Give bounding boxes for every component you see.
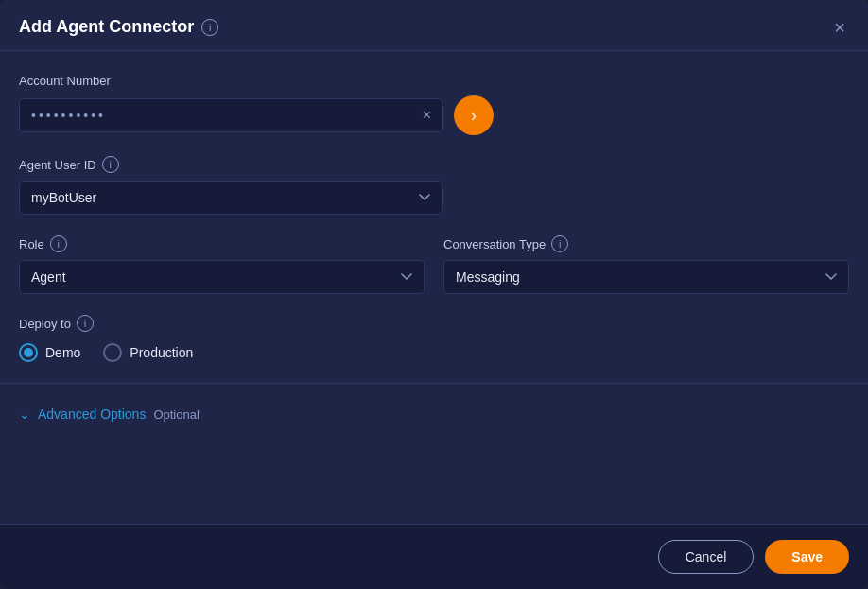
deploy-to-field-group: Deploy to i Demo Production <box>19 315 849 362</box>
close-button[interactable]: × <box>830 18 849 37</box>
chevron-down-icon: ⌄ <box>19 407 30 422</box>
agent-user-id-label: Agent User ID i <box>19 156 849 173</box>
deploy-to-info-icon[interactable]: i <box>77 315 94 332</box>
agent-user-id-select[interactable]: myBotUser <box>19 181 443 215</box>
save-button[interactable]: Save <box>765 540 849 574</box>
optional-label: Optional <box>153 407 199 422</box>
account-number-label: Account Number <box>19 74 849 88</box>
conversation-type-info-icon[interactable]: i <box>551 235 568 252</box>
conversation-type-select[interactable]: Messaging Voice Chat <box>443 260 849 294</box>
role-info-icon[interactable]: i <box>50 235 67 252</box>
dialog-title-row: Add Agent Connector i <box>19 17 218 37</box>
dialog-footer: Cancel Save <box>0 524 868 589</box>
advanced-options-toggle[interactable]: ⌄ Advanced Options Optional <box>19 407 849 422</box>
dialog-header: Add Agent Connector i × <box>0 0 868 51</box>
account-number-input[interactable] <box>19 98 443 132</box>
radio-production-outer <box>103 343 122 362</box>
dialog-body: Account Number × › Agent User ID i <box>0 51 868 524</box>
radio-demo-label: Demo <box>45 345 80 360</box>
advanced-options-label: Advanced Options <box>38 407 146 422</box>
role-conv-row: Role i Agent Supervisor Admin Conversati… <box>19 235 849 294</box>
account-number-field-group: Account Number × › <box>19 74 849 135</box>
deploy-to-radio-row: Demo Production <box>19 343 849 362</box>
arrow-right-icon: › <box>471 106 477 126</box>
dialog-info-icon[interactable]: i <box>201 19 218 36</box>
dialog-title: Add Agent Connector <box>19 17 194 37</box>
radio-demo-outer <box>19 343 38 362</box>
deploy-to-label: Deploy to i <box>19 315 849 332</box>
radio-demo-inner <box>24 348 33 357</box>
add-agent-connector-dialog: Add Agent Connector i × Account Number ×… <box>0 0 868 589</box>
radio-demo[interactable]: Demo <box>19 343 80 362</box>
cancel-button[interactable]: Cancel <box>658 540 755 574</box>
agent-user-id-info-icon[interactable]: i <box>102 156 119 173</box>
radio-production-label: Production <box>130 345 193 360</box>
role-field-group: Role i Agent Supervisor Admin <box>19 235 425 294</box>
account-number-input-wrapper: × <box>19 98 443 132</box>
conversation-type-field-group: Conversation Type i Messaging Voice Chat <box>443 235 849 294</box>
role-select[interactable]: Agent Supervisor Admin <box>19 260 425 294</box>
next-arrow-button[interactable]: › <box>454 95 494 135</box>
radio-production[interactable]: Production <box>103 343 193 362</box>
account-number-row: × › <box>19 95 849 135</box>
conversation-type-label: Conversation Type i <box>443 235 849 252</box>
role-label: Role i <box>19 235 425 252</box>
agent-user-id-field-group: Agent User ID i myBotUser <box>19 156 849 215</box>
clear-account-button[interactable]: × <box>421 106 433 125</box>
section-divider <box>0 383 868 384</box>
